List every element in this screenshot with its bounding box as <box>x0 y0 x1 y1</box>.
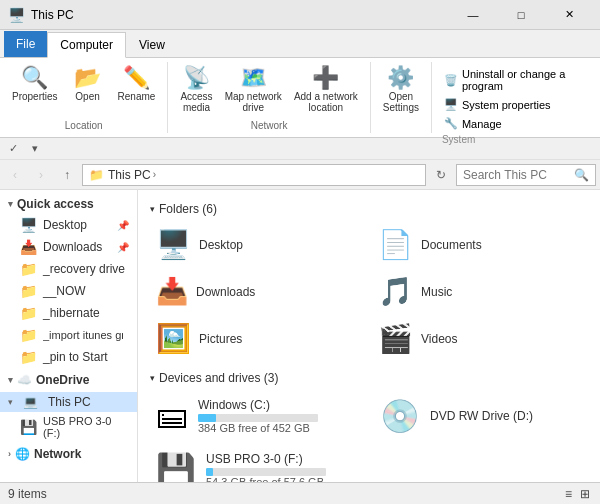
grid-view-button[interactable]: ⊞ <box>578 485 592 503</box>
onedrive-chevron: ▾ <box>8 375 13 385</box>
open-label: Open <box>75 91 99 102</box>
properties-button[interactable]: 🔍 Properties <box>8 64 62 105</box>
search-box[interactable]: 🔍 <box>456 164 596 186</box>
refresh-button[interactable]: ↻ <box>430 164 452 186</box>
drive-usb-progress-bg <box>206 468 326 476</box>
folder-downloads-icon: 📥 <box>156 276 188 307</box>
sidebar-item-downloads[interactable]: 📥 Downloads 📌 <box>0 236 137 258</box>
drives-section-title: Devices and drives (3) <box>159 371 278 385</box>
add-network-button[interactable]: ➕ Add a networklocation <box>290 64 362 116</box>
up-button[interactable]: ↑ <box>56 164 78 186</box>
sidebar-item-pintostart[interactable]: 📁 _pin to Start <box>0 346 137 368</box>
add-network-icon: ➕ <box>312 67 339 89</box>
close-button[interactable]: ✕ <box>546 0 592 30</box>
location-group-label: Location <box>65 118 103 131</box>
folder-pictures-icon: 🖼️ <box>156 322 191 355</box>
drive-windows-name: Windows (C:) <box>198 398 358 412</box>
sidebar-item-itunes[interactable]: 📁 _import itunes groo <box>0 324 137 346</box>
sidebar-item-recovery[interactable]: 📁 _recovery drive <box>0 258 137 280</box>
settings-icon: ⚙️ <box>387 67 414 89</box>
sidebar-item-thispc[interactable]: ▾ 💻 This PC <box>0 392 137 412</box>
sidebar-item-hibernate[interactable]: 📁 _hibernate <box>0 302 137 324</box>
address-part-thispc[interactable]: This PC <box>108 168 151 182</box>
sidebar-item-now[interactable]: 📁 __NOW <box>0 280 137 302</box>
folder-documents[interactable]: 📄 Documents <box>372 224 588 265</box>
folder-pictures-name: Pictures <box>199 332 242 346</box>
system-properties-button[interactable]: 🖥️ System properties <box>440 96 592 113</box>
itunes-icon: 📁 <box>20 327 37 343</box>
address-breadcrumb: This PC › <box>108 168 156 182</box>
folder-desktop[interactable]: 🖥️ Desktop <box>150 224 366 265</box>
downloads-icon: 📥 <box>20 239 37 255</box>
map-network-button[interactable]: 🗺️ Map networkdrive <box>221 64 286 116</box>
hibernate-label: _hibernate <box>43 306 100 320</box>
tab-view[interactable]: View <box>126 31 178 57</box>
folder-pictures[interactable]: 🖼️ Pictures <box>150 318 366 359</box>
forward-button[interactable]: › <box>30 164 52 186</box>
minimize-button[interactable]: — <box>450 0 496 30</box>
system-properties-icon: 🖥️ <box>444 98 458 111</box>
folder-music[interactable]: 🎵 Music <box>372 271 588 312</box>
folders-section-header[interactable]: ▾ Folders (6) <box>150 202 588 216</box>
access-media-icon: 📡 <box>183 67 210 89</box>
network-icon: 🌐 <box>15 447 30 461</box>
folder-videos-icon: 🎬 <box>378 322 413 355</box>
desktop-label: Desktop <box>43 218 87 232</box>
hibernate-icon: 📁 <box>20 305 37 321</box>
address-folder-icon: 📁 <box>89 168 104 182</box>
title-bar: 🖥️ This PC — □ ✕ <box>0 0 600 30</box>
sidebar-item-desktop[interactable]: 🖥️ Desktop 📌 <box>0 214 137 236</box>
system-group-label: System <box>440 134 592 145</box>
tab-file[interactable]: File <box>4 31 47 57</box>
address-bar[interactable]: 📁 This PC › <box>82 164 426 186</box>
thispc-label: This PC <box>48 395 91 409</box>
rename-icon: ✏️ <box>123 67 150 89</box>
sidebar-header-quickaccess[interactable]: ▾ Quick access <box>0 194 137 214</box>
search-input[interactable] <box>463 168 570 182</box>
maximize-button[interactable]: □ <box>498 0 544 30</box>
drive-dvd[interactable]: 💿 DVD RW Drive (D:) <box>374 393 588 439</box>
drive-usb-progress-fill <box>206 468 213 476</box>
access-media-button[interactable]: 📡 Accessmedia <box>176 64 216 116</box>
list-view-button[interactable]: ≡ <box>563 485 574 503</box>
folder-downloads[interactable]: 📥 Downloads <box>150 271 366 312</box>
folder-grid: 🖥️ Desktop 📄 Documents 📥 Downloads 🎵 Mus… <box>150 224 588 359</box>
ribbon-tabs: File Computer View <box>0 30 600 58</box>
pintostart-icon: 📁 <box>20 349 37 365</box>
qa-dropdown[interactable]: ▾ <box>26 140 44 158</box>
sidebar-header-network[interactable]: › 🌐 Network <box>0 444 137 464</box>
tab-computer[interactable]: Computer <box>47 32 126 58</box>
drive-windows-free: 384 GB free of 452 GB <box>198 422 358 434</box>
item-count: 9 items <box>8 487 47 501</box>
properties-label: Properties <box>12 91 58 102</box>
uninstall-button[interactable]: 🗑️ Uninstall or change a program <box>440 66 592 94</box>
folder-videos[interactable]: 🎬 Videos <box>372 318 588 359</box>
drives-section-header[interactable]: ▾ Devices and drives (3) <box>150 371 588 385</box>
qa-checkmark[interactable]: ✓ <box>4 140 22 158</box>
drive-dvd-info: DVD RW Drive (D:) <box>430 409 582 423</box>
back-button[interactable]: ‹ <box>4 164 26 186</box>
rename-label: Rename <box>118 91 156 102</box>
drive-windows[interactable]: 🖴 Windows (C:) 384 GB free of 452 GB <box>150 393 364 438</box>
folder-documents-name: Documents <box>421 238 482 252</box>
now-icon: 📁 <box>20 283 37 299</box>
open-settings-button[interactable]: ⚙️ OpenSettings <box>379 64 423 116</box>
sidebar-item-usbpro[interactable]: 💾 USB PRO 3-0 (F:) <box>0 412 137 442</box>
sidebar-header-onedrive[interactable]: ▾ ☁️ OneDrive <box>0 370 137 390</box>
usbpro-label: USB PRO 3-0 (F:) <box>43 415 129 439</box>
folders-chevron: ▾ <box>150 204 155 214</box>
ribbon: 🔍 Properties 📂 Open ✏️ Rename Location 📡… <box>0 58 600 138</box>
folder-downloads-name: Downloads <box>196 285 255 299</box>
drive-usb-free: 54.3 GB free of 57.6 GB <box>206 476 582 482</box>
drive-windows-info: Windows (C:) 384 GB free of 452 GB <box>198 398 358 434</box>
usbpro-icon: 💾 <box>20 419 37 435</box>
open-button[interactable]: 📂 Open <box>66 64 110 105</box>
drive-usb[interactable]: 💾 USB PRO 3-0 (F:) 54.3 GB free of 57.6 … <box>150 447 588 482</box>
drive-dvd-name: DVD RW Drive (D:) <box>430 409 582 423</box>
view-controls: ≡ ⊞ <box>563 485 592 503</box>
rename-button[interactable]: ✏️ Rename <box>114 64 160 105</box>
drives-chevron: ▾ <box>150 373 155 383</box>
ribbon-group-location: 🔍 Properties 📂 Open ✏️ Rename Location <box>0 62 168 133</box>
manage-button[interactable]: 🔧 Manage <box>440 115 592 132</box>
ribbon-group-opensettings: ⚙️ OpenSettings <box>371 62 432 133</box>
